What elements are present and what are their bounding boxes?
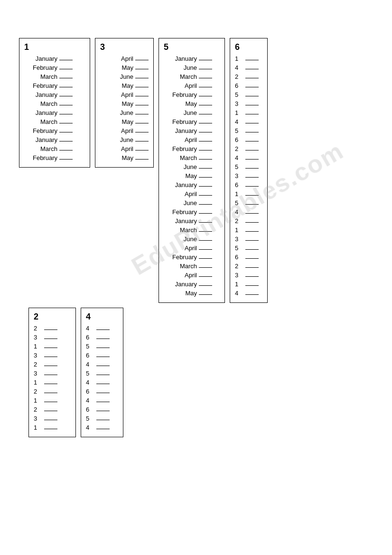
list-item: 6 bbox=[235, 181, 262, 188]
box1-items: JanuaryFebruaryMarchFebruaryJanuaryMarch… bbox=[24, 55, 85, 161]
list-item: 6 bbox=[235, 136, 262, 143]
answer-line bbox=[44, 357, 57, 357]
list-item: 2 bbox=[235, 73, 262, 80]
list-item: 1 bbox=[235, 281, 262, 288]
list-item: March bbox=[164, 263, 220, 270]
list-item: February bbox=[164, 118, 220, 125]
number-label: 6 bbox=[235, 254, 243, 261]
list-item: 5 bbox=[86, 370, 118, 377]
list-item: April bbox=[164, 272, 220, 279]
list-item: January bbox=[164, 181, 220, 188]
list-item: May bbox=[164, 290, 220, 297]
month-label: June bbox=[164, 109, 197, 116]
answer-line bbox=[199, 87, 212, 87]
bottom-row: 2 231323121231 4 465645464654 bbox=[19, 308, 373, 437]
list-item: March bbox=[24, 73, 85, 80]
month-label: February bbox=[164, 208, 197, 216]
list-item: 4 bbox=[86, 424, 118, 431]
number-label: 3 bbox=[34, 334, 42, 341]
month-label: April bbox=[164, 245, 197, 252]
answer-line bbox=[199, 249, 212, 250]
list-item: 3 bbox=[235, 235, 262, 243]
list-item: 6 bbox=[235, 82, 262, 89]
list-item: 1 bbox=[235, 190, 262, 198]
answer-line bbox=[199, 222, 212, 223]
number-label: 1 bbox=[235, 281, 243, 288]
answer-line bbox=[199, 123, 212, 123]
answer-line bbox=[96, 366, 110, 366]
month-label: June bbox=[164, 163, 197, 170]
list-item: 4 bbox=[86, 379, 118, 386]
answer-line bbox=[199, 258, 212, 259]
month-label: March bbox=[164, 263, 197, 270]
answer-line bbox=[59, 60, 73, 60]
number-label: 4 bbox=[235, 290, 243, 297]
answer-line bbox=[59, 96, 73, 96]
list-item: 2 bbox=[34, 388, 71, 395]
answer-line bbox=[96, 375, 110, 375]
list-item: 5 bbox=[235, 163, 262, 170]
answer-line bbox=[199, 69, 212, 69]
list-item: June bbox=[100, 109, 149, 116]
list-item: 1 bbox=[235, 109, 262, 116]
answer-line bbox=[199, 150, 212, 151]
number-label: 3 bbox=[34, 415, 42, 422]
answer-line bbox=[59, 69, 73, 69]
month-label: May bbox=[164, 172, 197, 179]
month-label: March bbox=[164, 226, 197, 234]
list-item: February bbox=[24, 82, 85, 89]
answer-line bbox=[245, 186, 259, 187]
box2-items: 231323121231 bbox=[34, 325, 71, 431]
list-item: May bbox=[100, 118, 149, 125]
page-container: EduPrintables.com 1 JanuaryFebruaryMarch… bbox=[19, 38, 373, 437]
box3-items: AprilMayJuneMayAprilMayJuneMayAprilJuneA… bbox=[100, 55, 149, 161]
answer-line bbox=[199, 132, 212, 132]
number-label: 6 bbox=[86, 388, 94, 395]
answer-line bbox=[96, 384, 110, 384]
number-label: 3 bbox=[34, 352, 42, 359]
number-label: 1 bbox=[235, 190, 243, 198]
answer-line bbox=[199, 294, 212, 295]
month-label: January bbox=[164, 181, 197, 188]
list-item: April bbox=[164, 190, 220, 198]
answer-line bbox=[199, 285, 212, 286]
list-item: 5 bbox=[235, 199, 262, 207]
answer-line bbox=[96, 339, 110, 339]
answer-line bbox=[44, 420, 57, 420]
list-item: 2 bbox=[235, 263, 262, 270]
answer-line bbox=[245, 195, 259, 196]
month-label: January bbox=[24, 55, 57, 62]
number-label: 6 bbox=[86, 406, 94, 413]
answer-line bbox=[199, 231, 212, 232]
month-label: January bbox=[24, 91, 57, 98]
answer-line bbox=[96, 357, 110, 357]
answer-line bbox=[199, 96, 212, 96]
list-item: June bbox=[164, 235, 220, 243]
box5-title: 5 bbox=[164, 42, 220, 52]
number-label: 5 bbox=[86, 415, 94, 422]
answer-line bbox=[199, 276, 212, 277]
answer-line bbox=[44, 329, 57, 330]
answer-line bbox=[135, 96, 149, 96]
month-label: January bbox=[164, 55, 197, 62]
list-item: 3 bbox=[235, 172, 262, 179]
list-item: 3 bbox=[235, 100, 262, 107]
list-item: April bbox=[164, 245, 220, 252]
month-label: May bbox=[164, 100, 197, 107]
answer-line bbox=[245, 123, 259, 123]
month-label: June bbox=[100, 109, 133, 116]
list-item: January bbox=[24, 91, 85, 98]
answer-line bbox=[135, 141, 149, 141]
month-label: January bbox=[164, 127, 197, 134]
answer-line bbox=[199, 114, 212, 114]
list-item: 1 bbox=[235, 226, 262, 234]
month-label: February bbox=[164, 145, 197, 152]
list-item: May bbox=[164, 172, 220, 179]
number-label: 6 bbox=[86, 352, 94, 359]
answer-line bbox=[245, 159, 259, 160]
answer-line bbox=[199, 141, 212, 141]
list-item: January bbox=[164, 55, 220, 62]
answer-line bbox=[59, 105, 73, 105]
month-label: April bbox=[164, 190, 197, 198]
list-item: March bbox=[164, 73, 220, 80]
